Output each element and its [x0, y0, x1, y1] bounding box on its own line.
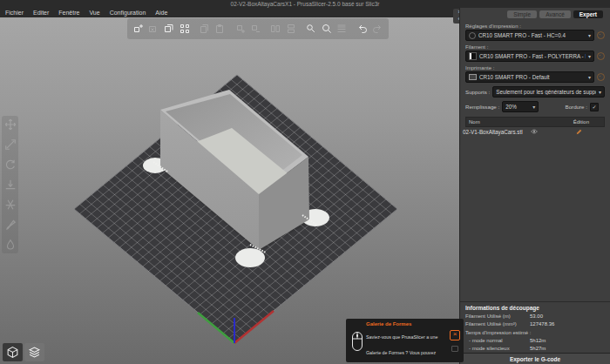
- menubar: Fichier Editer Fenêtre Vue Configuration…: [0, 8, 464, 17]
- print-settings-label: Réglages d'impression :: [465, 24, 605, 29]
- printer-label: Imprimante :: [465, 65, 605, 71]
- menu-vue[interactable]: Vue: [89, 10, 99, 16]
- magnifier-icon[interactable]: [319, 20, 335, 37]
- top-toolbar: [127, 18, 389, 39]
- prusaslicer-window: 02-V2-BoxAltayaCarsX1 - PrusaSlicer-2.5.…: [0, 0, 610, 364]
- delete-icon[interactable]: [146, 20, 162, 37]
- move-icon[interactable]: [4, 118, 17, 131]
- paint-supports-icon[interactable]: [4, 219, 17, 231]
- chevron-down-icon: ▾: [588, 74, 591, 80]
- print-time-title: Temps d'impression estimé :: [465, 330, 605, 335]
- filament-used-m-label: Filament Utilisé (m): [465, 313, 530, 319]
- stealth-mode-label: - mode silencieux: [465, 346, 530, 351]
- chevron-down-icon: ▾: [588, 53, 591, 59]
- normal-mode-label: - mode normal: [465, 338, 530, 343]
- print-settings-value: CR10 SMART PRO - Fast - HC=0.4: [478, 32, 586, 38]
- menu-aide[interactable]: Aide: [155, 10, 167, 16]
- redo-icon[interactable]: [369, 20, 385, 37]
- chevron-down-icon: ▾: [532, 104, 535, 110]
- filament-used-mm3-label: Filament Utilisé (mm³): [465, 321, 530, 327]
- object-name: 02-V1-BoxAltayaCars.stl: [463, 129, 523, 135]
- print-settings-icon: [469, 32, 476, 39]
- cut-icon[interactable]: [4, 199, 17, 211]
- hint-notification: Galerie de Formes Saviez-vous que PrusaS…: [346, 319, 464, 362]
- infill-value: 20%: [505, 104, 530, 110]
- delete-all-icon[interactable]: [161, 20, 177, 37]
- scale-icon[interactable]: [4, 138, 17, 151]
- notification-title: Galerie de Formes: [366, 321, 449, 327]
- supports-value: Seulement pour les générateurs de suppor…: [496, 89, 596, 95]
- close-icon[interactable]: ×: [450, 330, 460, 340]
- printer-select[interactable]: CR10 SMART PRO - Default ▾: [465, 71, 594, 83]
- mode-tabs: Simple Avancé Expert: [460, 8, 610, 19]
- menu-fichier[interactable]: Fichier: [5, 10, 24, 16]
- slice-info-panel: Informations de découpage Filament Utili…: [460, 301, 610, 353]
- menu-fenetre[interactable]: Fenêtre: [58, 10, 79, 16]
- viewport-3d[interactable]: [0, 17, 459, 364]
- supports-select[interactable]: Seulement pour les générateurs de suppor…: [492, 86, 605, 98]
- tab-expert[interactable]: Expert: [573, 10, 603, 18]
- tab-avance[interactable]: Avancé: [539, 10, 571, 18]
- filament-label: Filament :: [465, 44, 605, 50]
- name-column-header: Nom: [469, 119, 573, 125]
- printer-gear-icon[interactable]: [597, 73, 605, 81]
- supports-label: Supports :: [465, 89, 490, 95]
- preview-view-button[interactable]: [24, 343, 44, 361]
- object-list-header: Nom Édition: [465, 117, 605, 127]
- cube-icon: [6, 346, 19, 359]
- filament-used-m-value: 53.00: [530, 313, 543, 319]
- print-settings-gear-icon[interactable]: [597, 31, 605, 39]
- chevron-down-icon: ▾: [599, 89, 601, 95]
- rotate-icon[interactable]: [4, 158, 17, 171]
- search-icon[interactable]: [303, 20, 319, 37]
- remove-instance-icon[interactable]: [247, 20, 263, 37]
- notification-body: Saviez-vous que PrusaSlicer a une Galeri…: [366, 334, 440, 364]
- mouse-icon: [349, 321, 366, 361]
- brim-label: Bordure :: [566, 104, 587, 110]
- infill-label: Remplissage :: [465, 104, 499, 110]
- edit-column-header: Édition: [573, 119, 589, 125]
- slice-info-title: Informations de découpage: [465, 305, 605, 311]
- variable-layer-height-icon[interactable]: [335, 20, 350, 37]
- object-list-item[interactable]: 02-V1-BoxAltayaCars.stl: [460, 127, 610, 137]
- paste-icon[interactable]: [213, 20, 228, 37]
- editor-view-button[interactable]: [3, 343, 23, 361]
- seam-icon[interactable]: [4, 239, 17, 251]
- eye-icon[interactable]: [531, 129, 538, 135]
- filament-used-mm3-value: 127478.36: [530, 321, 554, 327]
- infill-select[interactable]: 20% ▾: [502, 101, 539, 112]
- menu-configuration[interactable]: Configuration: [110, 10, 146, 16]
- filament-select[interactable]: CR10 SMART PRO - Fast - POLYTERRA - Noir…: [465, 51, 594, 62]
- print-settings-select[interactable]: CR10 SMART PRO - Fast - HC=0.4 ▾: [465, 30, 594, 41]
- gizmo-toolbar: [2, 116, 18, 253]
- view-mode-switcher: [3, 343, 44, 361]
- edit-pencil-icon[interactable]: [576, 129, 582, 136]
- printer-value: CR10 SMART PRO - Default: [479, 74, 586, 80]
- chevron-down-icon: ▾: [588, 32, 591, 38]
- stealth-mode-value: 5h27m: [530, 346, 546, 351]
- tab-simple[interactable]: Simple: [507, 10, 537, 18]
- menu-editer[interactable]: Editer: [33, 10, 49, 16]
- object-list[interactable]: 02-V1-BoxAltayaCars.stl: [460, 127, 610, 301]
- filament-value: CR10 SMART PRO - Fast - POLYTERRA - Noir: [479, 53, 586, 59]
- copy-icon[interactable]: [197, 20, 213, 37]
- arrange-icon[interactable]: [177, 20, 193, 37]
- split-objects-icon[interactable]: [268, 20, 284, 37]
- filament-gear-icon[interactable]: [597, 52, 605, 60]
- window-title: 02-V2-BoxAltayaCarsX1 - PrusaSlicer-2.5.…: [231, 0, 380, 8]
- layers-icon: [28, 346, 41, 359]
- open-documentation-icon[interactable]: [451, 346, 458, 352]
- filament-color-swatch: [469, 52, 477, 60]
- add-icon[interactable]: [131, 20, 146, 37]
- brim-checkbox[interactable]: ✓: [590, 103, 599, 111]
- add-instance-icon[interactable]: [233, 20, 248, 37]
- split-parts-icon[interactable]: [283, 20, 299, 37]
- export-gcode-button[interactable]: Exporter le G-code: [460, 353, 610, 364]
- scene-3d: [0, 17, 459, 364]
- titlebar: 02-V2-BoxAltayaCarsX1 - PrusaSlicer-2.5.…: [0, 0, 610, 8]
- place-on-face-icon[interactable]: [4, 179, 17, 191]
- normal-mode-value: 5h12m: [530, 338, 546, 343]
- sidebar: Simple Avancé Expert Réglages d'impressi…: [459, 8, 610, 364]
- printer-icon: [469, 74, 477, 80]
- undo-icon[interactable]: [355, 20, 370, 37]
